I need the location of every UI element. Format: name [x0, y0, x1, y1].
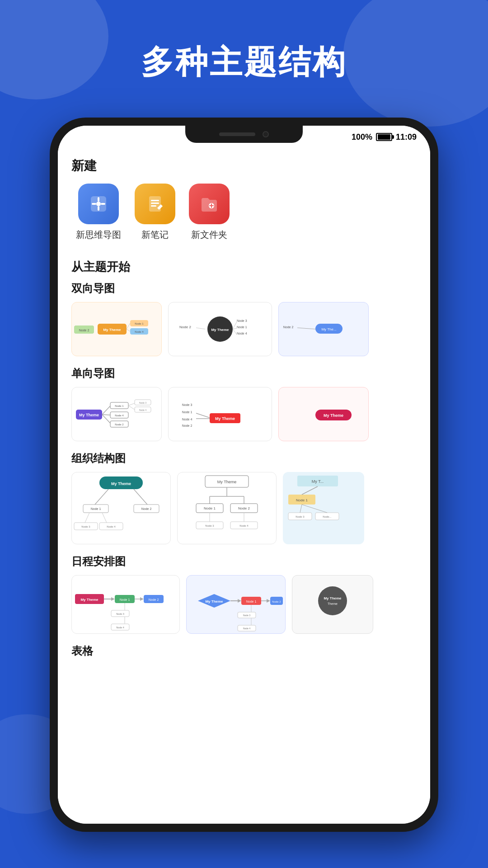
bidirectional-templates: Node 2 My Theme Node 1 Node 4: [58, 297, 430, 363]
svg-text:My T...: My T...: [312, 479, 324, 484]
template-card-uni-1[interactable]: My Theme Node 1 Node 4 Node 2: [71, 387, 162, 441]
template-card-bidi-1[interactable]: Node 2 My Theme Node 1 Node 4: [71, 302, 162, 356]
svg-line-34: [297, 328, 315, 329]
svg-rect-12: [209, 205, 214, 206]
svg-line-66: [95, 489, 108, 505]
svg-text:Node 2: Node 2: [272, 600, 281, 603]
svg-line-39: [102, 406, 110, 415]
template-card-sched-2[interactable]: My Theme Node 1 Node 2: [186, 575, 286, 634]
svg-line-24: [196, 328, 205, 329]
svg-text:Node 3: Node 3: [116, 613, 124, 615]
svg-text:Node 2: Node 2: [141, 507, 152, 510]
org-chart-title: 组织结构图: [58, 448, 430, 467]
camera: [263, 131, 269, 137]
svg-text:Node 1: Node 1: [115, 405, 124, 407]
svg-rect-4: [98, 197, 99, 202]
svg-text:My Theme: My Theme: [211, 328, 229, 332]
folder-label: 新文件夹: [191, 229, 227, 241]
svg-rect-3: [101, 203, 105, 205]
svg-text:Node 3: Node 3: [81, 525, 90, 528]
org-templates: My Theme Node 1 Node 2: [58, 467, 430, 551]
template-card-bidi-3[interactable]: Node 2 My The...: [278, 302, 369, 356]
svg-text:Node 4: Node 4: [135, 330, 144, 333]
svg-line-102: [300, 505, 302, 513]
svg-text:Node 1: Node 1: [204, 506, 216, 510]
battery-percent: 100%: [352, 132, 372, 142]
svg-rect-8: [151, 203, 159, 204]
svg-marker-108: [111, 597, 115, 601]
svg-line-30: [233, 322, 237, 329]
svg-text:Node 1: Node 1: [120, 598, 130, 601]
template-card-org-3[interactable]: My T... Node 1 Node 3 Node...: [283, 472, 364, 544]
svg-line-72: [85, 513, 89, 523]
svg-text:Theme: Theme: [328, 602, 338, 605]
template-card-uni-2[interactable]: Node 3 Node 1 Node 4 Node 2 My Theme: [168, 387, 272, 441]
status-bar-right: 100% 11:09: [352, 132, 417, 142]
table-title: 表格: [58, 640, 430, 660]
svg-line-21: [127, 323, 130, 329]
template-card-sched-3[interactable]: My Theme Theme: [292, 575, 373, 634]
svg-rect-9: [151, 205, 156, 207]
clock: 11:09: [396, 132, 417, 142]
template-card-sched-1[interactable]: My Theme Node 1 Node 2: [71, 575, 180, 634]
page-title: 多种主题结构: [0, 41, 488, 84]
svg-line-22: [127, 329, 130, 331]
svg-text:My Theme: My Theme: [205, 599, 223, 604]
svg-rect-7: [151, 200, 159, 201]
svg-text:Node 4: Node 4: [139, 409, 146, 411]
svg-text:Node 3: Node 3: [296, 515, 305, 518]
svg-marker-128: [267, 599, 270, 603]
phone-frame: 100% 11:09 新建: [50, 118, 438, 832]
svg-text:Node 3: Node 3: [182, 403, 192, 406]
svg-text:Node 3: Node 3: [139, 401, 146, 404]
svg-text:Node 2: Node 2: [115, 423, 124, 426]
svg-text:Node...: Node...: [323, 515, 332, 518]
new-items-row: 新思维导图 新笔记: [58, 179, 430, 250]
new-mind-map[interactable]: 新思维导图: [76, 184, 121, 241]
unidirectional-title: 单向导图: [58, 363, 430, 382]
unidirectional-templates: My Theme Node 1 Node 4 Node 2: [58, 382, 430, 448]
svg-text:Node 3: Node 3: [237, 319, 247, 322]
svg-line-41: [102, 415, 110, 423]
svg-line-67: [134, 489, 147, 505]
svg-point-1: [96, 202, 101, 206]
svg-text:Node 4: Node 4: [116, 626, 124, 629]
template-card-org-2[interactable]: My Theme Node 1 Node 2: [177, 472, 277, 544]
svg-text:Node 4: Node 4: [237, 332, 247, 335]
phone-notch: [185, 126, 303, 143]
svg-line-103: [302, 505, 327, 513]
new-note[interactable]: 新笔记: [135, 184, 175, 241]
svg-text:Node 1: Node 1: [246, 600, 257, 603]
from-theme-title: 从主题开始: [58, 255, 430, 278]
svg-text:Node 2: Node 2: [238, 506, 250, 510]
svg-text:Node 1: Node 1: [182, 410, 192, 414]
note-icon: [135, 184, 175, 224]
new-folder[interactable]: 新文件夹: [189, 184, 230, 241]
svg-text:My Theme: My Theme: [103, 328, 121, 332]
folder-icon: [189, 184, 230, 224]
svg-text:My Theme: My Theme: [217, 480, 236, 484]
svg-text:Node 1: Node 1: [135, 322, 144, 325]
svg-text:My Theme: My Theme: [215, 416, 235, 421]
svg-text:Node 1: Node 1: [296, 498, 308, 502]
svg-text:Node 1: Node 1: [91, 507, 101, 510]
svg-text:Node 4: Node 4: [243, 627, 250, 630]
svg-marker-124: [238, 599, 241, 603]
template-card-uni-3[interactable]: My Theme: [278, 387, 369, 441]
template-card-bidi-2[interactable]: Node 2 My Theme Node 3 Node 1 Node 4: [168, 302, 272, 356]
schedule-title: 日程安排图: [58, 551, 430, 571]
svg-line-73: [102, 513, 107, 523]
svg-text:Node 3: Node 3: [205, 524, 214, 527]
svg-text:Node 4: Node 4: [182, 418, 192, 421]
new-section-title: 新建: [58, 148, 430, 179]
template-card-org-1[interactable]: My Theme Node 1 Node 2: [71, 472, 171, 544]
phone-screen: 100% 11:09 新建: [58, 126, 430, 824]
svg-text:My Theme: My Theme: [80, 598, 99, 602]
svg-text:Node 2: Node 2: [283, 326, 294, 329]
svg-text:My Theme: My Theme: [111, 481, 131, 486]
svg-text:Node 4: Node 4: [239, 524, 249, 527]
svg-line-40: [102, 415, 110, 415]
svg-rect-5: [98, 206, 99, 211]
bidirectional-title: 双向导图: [58, 278, 430, 297]
svg-text:My Theme: My Theme: [79, 413, 99, 417]
